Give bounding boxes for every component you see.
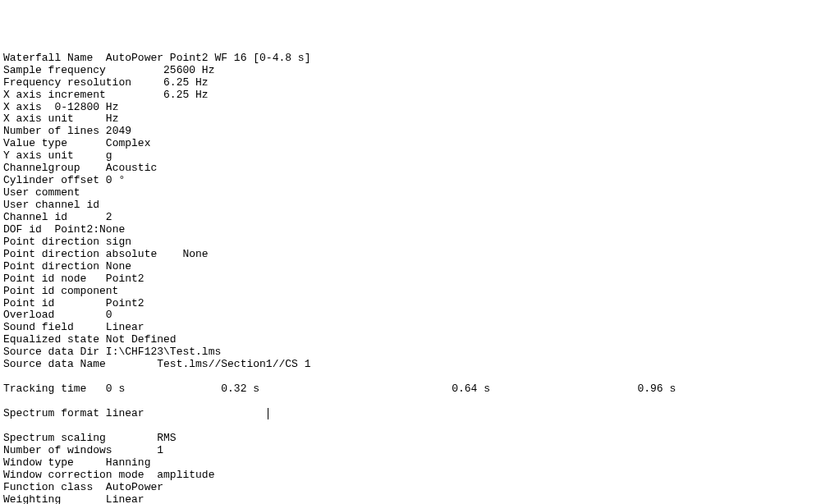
meta-row: DOF id Point2:None xyxy=(3,224,818,236)
text-cursor xyxy=(268,408,268,419)
meta-row: X axis 0-12800 Hz xyxy=(3,102,818,114)
meta-row: Equalized state Not Defined xyxy=(3,334,818,346)
meta-row: Function class AutoPower xyxy=(3,482,818,494)
meta-row: Sample frequency 25600 Hz xyxy=(3,65,818,77)
meta-row: Frequency resolution 6.25 Hz xyxy=(3,77,818,89)
meta-value: Point2 xyxy=(106,273,144,285)
meta-row: User comment xyxy=(3,187,818,199)
meta-label: Window type xyxy=(3,456,106,469)
meta-label: Point id xyxy=(3,297,106,309)
meta-value: RMS xyxy=(157,432,176,444)
meta-label: Point id node xyxy=(3,273,106,285)
meta-label: User channel id xyxy=(3,199,106,211)
meta-value: Not Defined xyxy=(106,333,177,346)
meta-row: Point id node Point2 xyxy=(3,273,818,286)
tracking-time-row: Tracking time 0 s 0.32 s 0.64 s 0.96 s 1… xyxy=(3,383,818,396)
meta-label: Value type xyxy=(3,137,106,149)
meta-value: None xyxy=(106,260,131,273)
meta-row: Point direction sign xyxy=(3,236,818,249)
meta-value: g xyxy=(106,149,112,162)
meta-row: Value type Complex xyxy=(3,138,818,150)
meta-value: Hz xyxy=(106,112,119,125)
meta-label: Source data Name xyxy=(3,358,157,370)
meta-label: Sample frequency xyxy=(3,64,163,76)
meta-label: Frequency resolution xyxy=(3,76,163,89)
meta-label: Number of lines xyxy=(3,125,106,137)
meta-label: Point direction sign xyxy=(3,236,138,248)
tracking-time: 0.32 s xyxy=(221,383,452,395)
tracking-label: Tracking time xyxy=(3,383,106,395)
meta-value: AutoPower Point2 WF 16 [0-4.8 s] xyxy=(106,52,311,64)
meta-label: Point direction xyxy=(3,260,106,273)
meta-label: Weighting xyxy=(3,493,106,504)
meta-row: Overload 0 xyxy=(3,309,818,322)
meta-value: Linear xyxy=(106,493,144,504)
meta-label: Point id component xyxy=(3,285,131,297)
meta-row: Point id Point2 xyxy=(3,298,818,310)
meta-label: Number of windows xyxy=(3,444,157,456)
metadata-header: Waterfall Name AutoPower Point2 WF 16 [0… xyxy=(3,53,818,371)
meta-value: AutoPower xyxy=(106,481,163,493)
meta-label: X axis xyxy=(3,101,54,113)
meta-row: Spectrum scaling RMS xyxy=(3,433,818,445)
meta-value: 0 xyxy=(106,309,112,321)
meta-value: I:\CHF123\Test.lms xyxy=(106,346,221,358)
meta-row: Sound field Linear xyxy=(3,322,818,334)
meta-label: Channelgroup xyxy=(3,162,106,174)
meta-label: Y axis unit xyxy=(3,149,106,162)
meta-label: DOF id xyxy=(3,223,54,236)
meta-value: 2049 xyxy=(106,125,131,137)
meta-value: Linear xyxy=(106,321,144,333)
meta-row: Point direction None xyxy=(3,261,818,273)
meta-row: Point direction absolute None xyxy=(3,249,818,261)
meta-row: X axis increment 6.25 Hz xyxy=(3,89,818,102)
meta-row: Cylinder offset 0 ° xyxy=(3,175,818,187)
meta-row: Y axis unit g xyxy=(3,150,818,163)
meta-label: Cylinder offset xyxy=(3,174,106,186)
meta-label: Function class xyxy=(3,481,106,493)
meta-label: X axis unit xyxy=(3,112,106,125)
meta-value: None xyxy=(182,248,208,260)
meta-value: 0-12800 Hz xyxy=(54,101,118,113)
meta-label: Window correction mode xyxy=(3,469,157,481)
meta-value: Hanning xyxy=(106,456,151,469)
meta-row: Weighting Linear xyxy=(3,494,818,504)
meta-label: Spectrum format xyxy=(3,407,106,419)
meta-row: Source data Name Test.lms//Section1//CS … xyxy=(3,359,818,371)
meta-value: Complex xyxy=(106,137,151,149)
meta-value: 1 xyxy=(157,444,163,456)
meta-value: Point2 xyxy=(106,297,144,309)
meta-value: 25600 Hz xyxy=(163,64,214,76)
meta-label: X axis increment xyxy=(3,89,163,101)
meta-value: 0 ° xyxy=(106,174,125,186)
meta-row: Waterfall Name AutoPower Point2 WF 16 [0… xyxy=(3,53,818,65)
meta-label: Sound field xyxy=(3,321,106,333)
meta-row: Number of lines 2049 xyxy=(3,126,818,138)
meta-label: User comment xyxy=(3,186,106,199)
meta-value: linear xyxy=(106,407,266,419)
metadata-footer: Spectrum scaling RMSNumber of windows 1W… xyxy=(3,433,818,504)
meta-label: Equalized state xyxy=(3,333,106,346)
spectrum-format-row: Spectrum format linear xyxy=(3,408,818,420)
meta-label: Source data Dir xyxy=(3,346,106,358)
meta-row: Window type Hanning xyxy=(3,457,818,470)
meta-value: amplitude xyxy=(157,469,214,481)
meta-label: Overload xyxy=(3,309,106,321)
meta-row: Channelgroup Acoustic xyxy=(3,163,818,175)
meta-row: Source data Dir I:\CHF123\Test.lms xyxy=(3,346,818,359)
meta-label: Waterfall Name xyxy=(3,52,106,64)
meta-value: 6.25 Hz xyxy=(163,76,209,89)
meta-row: Channel id 2 xyxy=(3,212,818,224)
tracking-time: 0 s xyxy=(106,383,221,395)
meta-row: Point id component xyxy=(3,286,818,298)
meta-row: Window correction mode amplitude xyxy=(3,470,818,482)
meta-value: Acoustic xyxy=(106,162,157,174)
meta-label: Channel id xyxy=(3,211,106,223)
meta-row: X axis unit Hz xyxy=(3,113,818,126)
tracking-time: 0.96 s xyxy=(637,383,821,395)
meta-label: Spectrum scaling xyxy=(3,432,157,444)
meta-row: User channel id xyxy=(3,199,818,212)
meta-value: 2 xyxy=(106,211,112,223)
meta-value: Point2:None xyxy=(54,223,125,236)
tracking-time: 0.64 s xyxy=(452,383,637,395)
